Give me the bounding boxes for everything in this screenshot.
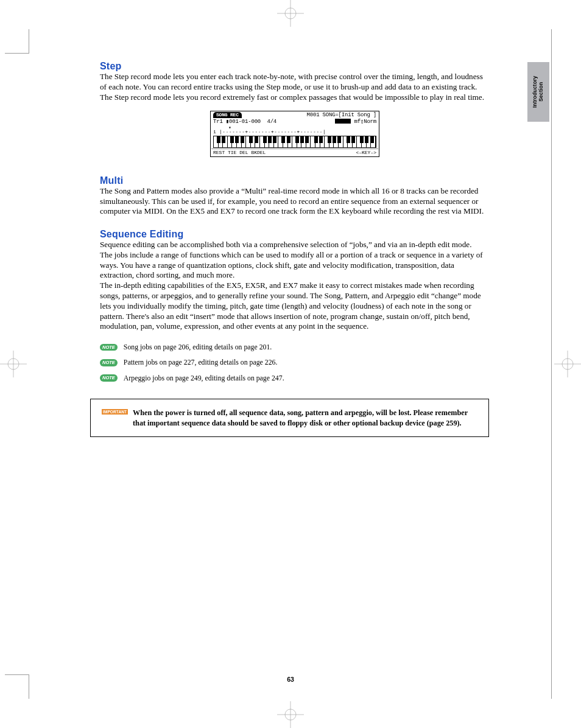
heading-step: Step <box>100 61 490 72</box>
heading-multi: Multi <box>100 175 490 186</box>
important-box: IMPORTANT When the power is turned off, … <box>90 399 489 437</box>
note-row: NOTE Pattern jobs on page 227, editing d… <box>100 358 490 367</box>
note-row: NOTE Arpeggio jobs on page 249, editing … <box>100 374 490 383</box>
page-content: Step The Step record mode lets you enter… <box>100 61 490 437</box>
lcd-figure: SONG REC M001 SONG=[Init Song ] Tr1 ▮001… <box>100 111 490 157</box>
body-step: The Step record mode lets you enter each… <box>100 72 490 102</box>
note-text-2: Pattern jobs on page 227, editing detail… <box>124 358 278 367</box>
page-number: 63 <box>287 676 294 683</box>
lcd-bottom-left: REST TIE DEL BKDEL <box>213 150 266 156</box>
registration-mark-right <box>554 351 581 377</box>
body-multi: The Song and Pattern modes also provide … <box>100 186 490 217</box>
lcd-tab: SONG REC <box>213 112 242 118</box>
crop-mark <box>5 674 29 699</box>
section-tab: IntroductorySection <box>527 62 549 122</box>
section-step: Step The Step record mode lets you enter… <box>100 61 490 157</box>
registration-mark-top <box>277 0 304 27</box>
note-badge-icon: NOTE <box>100 374 118 382</box>
note-text-3: Arpeggio jobs on page 249, editing detai… <box>124 374 284 383</box>
section-sequence-editing: Sequence Editing Sequence editing can be… <box>100 229 490 437</box>
note-text-1: Song jobs on page 206, editing details o… <box>124 343 272 352</box>
important-text: When the power is turned off, all sequen… <box>133 408 477 428</box>
lcd-bottom-right: <–KEY–> <box>356 150 376 156</box>
body-seqedit-p3: The in-depth editing capabilities of the… <box>100 281 490 332</box>
note-badge-icon: NOTE <box>100 359 118 366</box>
note-row: NOTE Song jobs on page 206, editing deta… <box>100 343 490 352</box>
heading-seqedit: Sequence Editing <box>100 229 490 240</box>
registration-mark-left <box>0 351 27 377</box>
note-icon <box>335 119 351 124</box>
section-multi: Multi The Song and Pattern modes also pr… <box>100 175 490 217</box>
lcd-screen: SONG REC M001 SONG=[Init Song ] Tr1 ▮001… <box>210 111 379 157</box>
crop-mark <box>551 29 552 699</box>
important-badge-icon: IMPORTANT <box>102 409 128 415</box>
body-seqedit-p1: Sequence editing can be accomplished bot… <box>100 240 490 250</box>
note-badge-icon: NOTE <box>100 344 118 351</box>
piano-keyboard-icon <box>213 136 376 148</box>
lcd-measure-grid: |-------+-------+-------+-------| <box>219 129 376 135</box>
body-seqedit-p2: The jobs include a range of functions wh… <box>100 250 490 281</box>
lcd-measure-num: 1 <box>213 129 219 135</box>
lcd-track-info: Tr1 ▮001-01-000 4/4 <box>213 119 276 125</box>
crop-mark <box>5 29 29 54</box>
section-tab-label: IntroductorySection <box>532 76 544 108</box>
registration-mark-bottom <box>277 701 304 728</box>
lcd-velocity: mf▯Norm <box>351 119 376 125</box>
lcd-cursor-arrow: ▾ <box>211 125 378 129</box>
